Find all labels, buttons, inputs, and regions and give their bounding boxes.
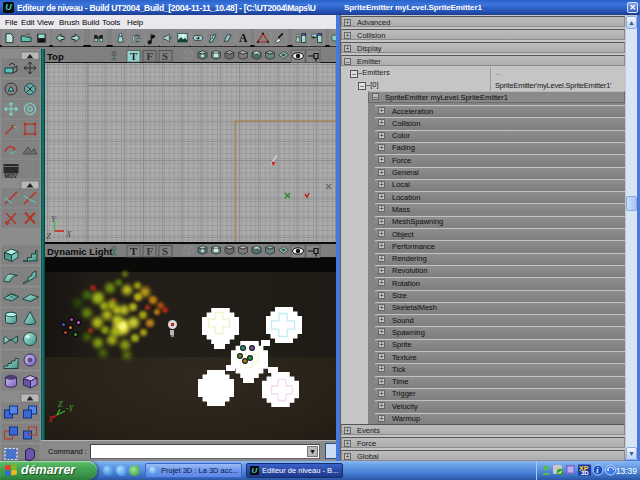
svg-text:-Y: -Y — [66, 404, 75, 413]
svg-text:S: S — [162, 245, 168, 257]
svg-text:F: F — [147, 50, 154, 62]
svg-text:MOV: MOV — [5, 173, 18, 179]
svg-text:S: S — [162, 50, 168, 62]
svg-text:F: F — [147, 245, 154, 257]
svg-text:Z: Z — [58, 400, 63, 409]
svg-text:G: G — [132, 32, 141, 44]
svg-text:T: T — [130, 245, 138, 257]
svg-text:3D: 3D — [581, 470, 589, 476]
svg-text:X: X — [65, 229, 72, 239]
svg-text:T: T — [130, 50, 138, 62]
svg-text:X: X — [47, 415, 54, 424]
svg-text:A: A — [239, 32, 248, 45]
